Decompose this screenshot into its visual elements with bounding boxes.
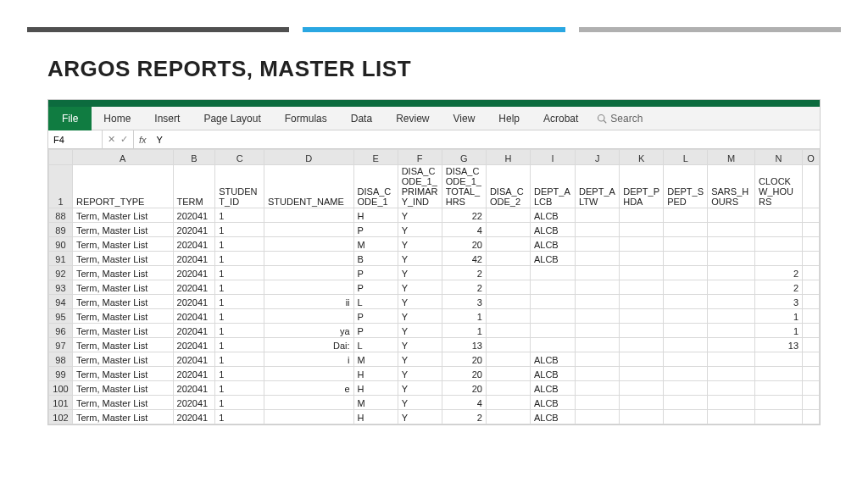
- cell[interactable]: ALCB: [530, 352, 575, 367]
- cell[interactable]: Y: [398, 338, 442, 352]
- cell[interactable]: [803, 252, 820, 266]
- cell[interactable]: [755, 410, 803, 424]
- cell[interactable]: [803, 338, 820, 352]
- cell[interactable]: [486, 324, 530, 338]
- field-header[interactable]: CLOCKW_HOURS: [755, 165, 803, 208]
- cell[interactable]: P: [353, 223, 398, 237]
- cell[interactable]: 1: [215, 381, 264, 396]
- field-header[interactable]: DEPT_SPED: [664, 165, 708, 208]
- cell[interactable]: [264, 266, 353, 280]
- cell[interactable]: [530, 309, 575, 324]
- cell[interactable]: [486, 381, 530, 396]
- cell[interactable]: [708, 396, 755, 410]
- row-header[interactable]: 90: [49, 237, 73, 252]
- cell[interactable]: 1: [442, 324, 486, 338]
- field-header[interactable]: DISA_CODE_1_PRIMARY_IND: [398, 165, 442, 208]
- cell[interactable]: [576, 410, 620, 424]
- row-header[interactable]: 101: [49, 396, 73, 410]
- cell[interactable]: [620, 266, 664, 280]
- cell[interactable]: [708, 223, 755, 237]
- cell[interactable]: ALCB: [530, 237, 575, 252]
- row-header[interactable]: 94: [49, 295, 73, 309]
- cell[interactable]: [708, 410, 755, 424]
- cell[interactable]: [664, 223, 708, 237]
- cell[interactable]: [576, 295, 620, 309]
- cell[interactable]: [803, 352, 820, 367]
- cell[interactable]: Y: [398, 223, 442, 237]
- cell[interactable]: [803, 324, 820, 338]
- cell[interactable]: [803, 381, 820, 396]
- cell[interactable]: [620, 280, 664, 295]
- cell[interactable]: [264, 396, 353, 410]
- cell[interactable]: [708, 237, 755, 252]
- cell[interactable]: 20: [442, 352, 486, 367]
- cell[interactable]: [576, 396, 620, 410]
- cell[interactable]: [486, 309, 530, 324]
- cell[interactable]: [264, 223, 353, 237]
- cell[interactable]: [708, 338, 755, 352]
- row-header[interactable]: 98: [49, 352, 73, 367]
- cell[interactable]: [755, 352, 803, 367]
- cell[interactable]: ALCB: [530, 381, 575, 396]
- cell[interactable]: ALCB: [530, 396, 575, 410]
- cell[interactable]: [664, 266, 708, 280]
- cell[interactable]: Y: [398, 324, 442, 338]
- cell[interactable]: [620, 352, 664, 367]
- cell[interactable]: 2: [755, 280, 803, 295]
- cell[interactable]: Y: [398, 309, 442, 324]
- row-header[interactable]: 91: [49, 252, 73, 266]
- cell[interactable]: Dai:: [264, 338, 353, 352]
- cell[interactable]: 3: [755, 295, 803, 309]
- field-header[interactable]: SARS_HOURS: [708, 165, 755, 208]
- cell[interactable]: 1: [755, 309, 803, 324]
- cell[interactable]: ALCB: [530, 252, 575, 266]
- cell[interactable]: [486, 352, 530, 367]
- cell[interactable]: e: [264, 381, 353, 396]
- cell[interactable]: [708, 295, 755, 309]
- cell[interactable]: Term, Master List: [72, 208, 173, 223]
- cell[interactable]: 202041: [173, 381, 215, 396]
- cell[interactable]: [755, 237, 803, 252]
- row-header[interactable]: 89: [49, 223, 73, 237]
- cell[interactable]: [620, 208, 664, 223]
- cell[interactable]: ii: [264, 295, 353, 309]
- row-header[interactable]: 97: [49, 338, 73, 352]
- select-all-corner[interactable]: [49, 150, 73, 165]
- cell[interactable]: H: [353, 381, 398, 396]
- cell[interactable]: [620, 381, 664, 396]
- formula-value[interactable]: Y: [152, 135, 168, 145]
- cell[interactable]: [708, 280, 755, 295]
- cancel-icon[interactable]: ✕: [108, 134, 115, 145]
- cell[interactable]: Term, Master List: [72, 223, 173, 237]
- cell[interactable]: [620, 324, 664, 338]
- cell[interactable]: 202041: [173, 410, 215, 424]
- cell[interactable]: [664, 309, 708, 324]
- cell[interactable]: [755, 367, 803, 381]
- cell[interactable]: Y: [398, 208, 442, 223]
- cell[interactable]: [530, 324, 575, 338]
- cell[interactable]: [708, 208, 755, 223]
- formula-buttons[interactable]: ✕ ✓: [103, 130, 134, 149]
- cell[interactable]: 2: [755, 266, 803, 280]
- cell[interactable]: [264, 208, 353, 223]
- cell[interactable]: [576, 352, 620, 367]
- cell[interactable]: [486, 266, 530, 280]
- cell[interactable]: [620, 367, 664, 381]
- cell[interactable]: Term, Master List: [72, 280, 173, 295]
- col-header-E[interactable]: E: [353, 150, 398, 165]
- cell[interactable]: 4: [442, 396, 486, 410]
- cell[interactable]: [803, 410, 820, 424]
- cell[interactable]: [664, 252, 708, 266]
- cell[interactable]: [576, 266, 620, 280]
- col-header-M[interactable]: M: [708, 150, 755, 165]
- cell[interactable]: [755, 381, 803, 396]
- cell[interactable]: 202041: [173, 280, 215, 295]
- cell[interactable]: [664, 324, 708, 338]
- cell[interactable]: [803, 223, 820, 237]
- row-header[interactable]: 102: [49, 410, 73, 424]
- cell[interactable]: Y: [398, 367, 442, 381]
- cell[interactable]: H: [353, 410, 398, 424]
- row-header[interactable]: 96: [49, 324, 73, 338]
- cell[interactable]: [664, 237, 708, 252]
- cell[interactable]: P: [353, 266, 398, 280]
